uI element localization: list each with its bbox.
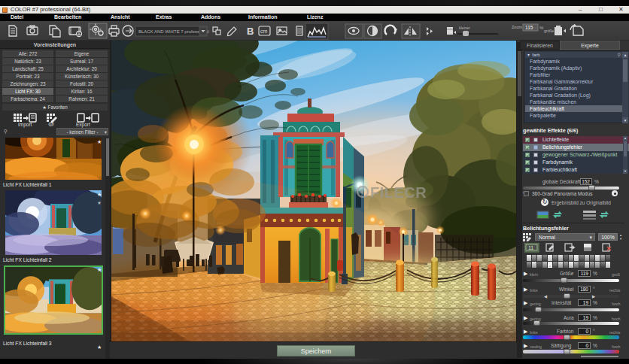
svg-text:cm: cm bbox=[260, 29, 268, 34]
svg-text:FILECR: FILECR bbox=[370, 184, 427, 201]
svg-text:größe: größe bbox=[544, 29, 554, 33]
svg-text:BLACK AND WHITE 7 professional: BLACK AND WHITE 7 professional bbox=[138, 29, 209, 34]
svg-text:Zoom: Zoom bbox=[512, 25, 522, 29]
svg-text:115: 115 bbox=[525, 25, 533, 30]
svg-text:B: B bbox=[247, 26, 254, 37]
svg-text:kleiner: kleiner bbox=[459, 26, 470, 30]
svg-text:11: 11 bbox=[528, 245, 533, 250]
